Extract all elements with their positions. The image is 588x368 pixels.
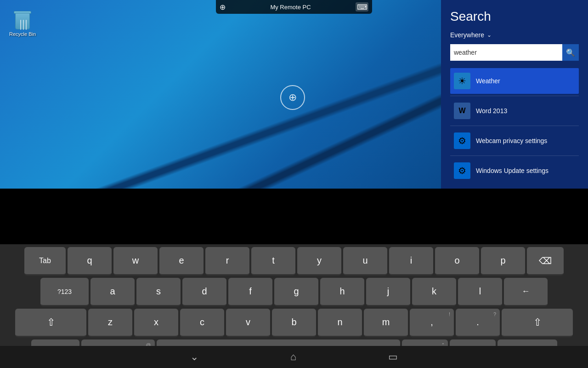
key-m[interactable]: m [364, 309, 408, 337]
key-s[interactable]: s [136, 278, 181, 306]
key-w[interactable]: w [113, 247, 158, 276]
key-h[interactable]: h [320, 278, 364, 306]
key-o[interactable]: o [435, 247, 479, 276]
search-title: Search [450, 9, 579, 24]
key-v[interactable]: v [226, 309, 270, 337]
search-results: ☀ Weather W Word 2013 ⚙ Webcam privacy s… [450, 68, 579, 184]
key-i[interactable]: i [389, 247, 433, 276]
key-z[interactable]: z [88, 309, 132, 337]
num-switch-key[interactable]: ?123 [40, 278, 89, 306]
winupdate-settings-icon: ⚙ [454, 162, 470, 179]
shift-left-key[interactable]: ⇧ [15, 309, 86, 337]
move-icon[interactable]: ⊕ [220, 3, 226, 12]
shift-right-key[interactable]: ⇧ [502, 309, 573, 337]
keyboard-row-3: ⇧ z x c v b n m ,! .? ⇧ [2, 309, 586, 337]
key-l[interactable]: l [458, 278, 502, 306]
remote-toolbar: ⊕ My Remote PC ⌨ [216, 0, 372, 14]
key-a[interactable]: a [90, 278, 135, 306]
tab-key[interactable]: Tab [24, 247, 66, 276]
recycle-bin-icon [13, 9, 32, 29]
key-y[interactable]: y [297, 247, 341, 276]
search-scope-dropdown[interactable]: Everywhere ⌄ [450, 31, 579, 39]
search-scope-label: Everywhere [450, 31, 484, 39]
keyboard-row-1: Tab q w e r t y u i o p ⌫ [2, 247, 586, 276]
key-f[interactable]: f [228, 278, 272, 306]
key-b[interactable]: b [272, 309, 316, 337]
home-nav-button[interactable]: ⌂ [290, 351, 296, 363]
drag-handle[interactable]: ⊕ [280, 85, 305, 110]
search-panel: Search Everywhere ⌄ 🔍 ☀ Weather W Word 2… [441, 0, 588, 189]
key-comma[interactable]: ,! [410, 309, 454, 337]
nav-bar: ⌄ ⌂ ▭ [0, 346, 588, 368]
search-button[interactable]: 🔍 [562, 44, 579, 61]
backspace-key[interactable]: ⌫ [527, 247, 564, 276]
key-e[interactable]: e [159, 247, 204, 276]
search-result-word2013[interactable]: W Word 2013 [450, 98, 579, 124]
key-p[interactable]: p [481, 247, 525, 276]
weather-result-label: Weather [476, 77, 500, 85]
search-result-weather[interactable]: ☀ Weather [450, 68, 579, 94]
search-icon: 🔍 [566, 48, 575, 57]
remote-pc-title: My Remote PC [226, 4, 356, 11]
webcam-settings-icon: ⚙ [454, 132, 470, 149]
back-nav-button[interactable]: ⌄ [190, 351, 198, 363]
word-app-icon: W [454, 103, 470, 119]
drag-arrows-icon: ⊕ [288, 92, 297, 104]
recent-nav-button[interactable]: ▭ [388, 351, 398, 363]
recycle-bin[interactable]: Recycle Bin [9, 9, 36, 37]
winupdate-result-label: Windows Update settings [476, 167, 548, 174]
key-t[interactable]: t [251, 247, 295, 276]
key-n[interactable]: n [318, 309, 362, 337]
divider3 [450, 155, 579, 156]
desktop [0, 0, 441, 189]
word2013-result-label: Word 2013 [476, 107, 507, 115]
divider2 [450, 126, 579, 126]
key-x[interactable]: x [134, 309, 178, 337]
key-r[interactable]: r [205, 247, 249, 276]
key-u[interactable]: u [343, 247, 387, 276]
enter-key[interactable]: ← [504, 278, 548, 306]
key-d[interactable]: d [182, 278, 226, 306]
key-g[interactable]: g [274, 278, 318, 306]
chevron-down-icon: ⌄ [487, 32, 492, 38]
search-box-container: 🔍 [450, 44, 579, 61]
search-input[interactable] [450, 44, 562, 61]
key-j[interactable]: j [366, 278, 410, 306]
key-c[interactable]: c [180, 309, 224, 337]
key-q[interactable]: q [68, 247, 112, 276]
key-period[interactable]: .? [456, 309, 500, 337]
keyboard-row-2: ?123 a s d f g h j k l ← [2, 278, 586, 306]
keyboard-toggle-button[interactable]: ⌨ [356, 2, 368, 12]
search-result-webcam[interactable]: ⚙ Webcam privacy settings [450, 128, 579, 154]
divider [450, 96, 579, 96]
webcam-result-label: Webcam privacy settings [476, 137, 547, 144]
key-k[interactable]: k [412, 278, 456, 306]
recycle-bin-label: Recycle Bin [9, 31, 36, 37]
search-result-winupdate[interactable]: ⚙ Windows Update settings [450, 158, 579, 184]
weather-app-icon: ☀ [454, 73, 470, 89]
